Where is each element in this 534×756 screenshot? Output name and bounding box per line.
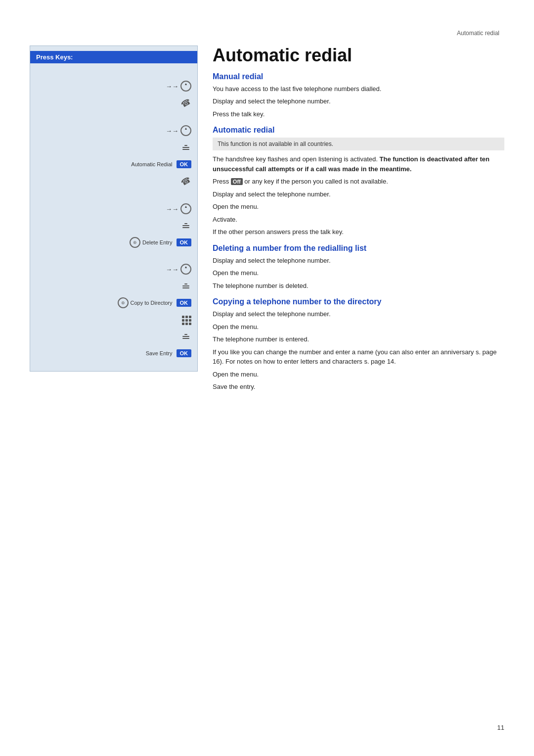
automatic-redial-label: Automatic Redial — [131, 161, 172, 167]
left-panel: Press Keys: →→ ☎ →→ — [30, 46, 198, 372]
page-header-text: Automatic redial — [457, 30, 499, 37]
manual-para-1: You have access to the last five telepho… — [213, 84, 504, 94]
phone-icon: ☎ — [178, 95, 193, 110]
copy-display-row: →→ — [36, 262, 191, 276]
manual-redial-display-row: →→ — [36, 79, 191, 93]
right-content: Automatic redial Manual redial You have … — [213, 46, 504, 395]
ok-btn-delete[interactable]: OK — [177, 238, 192, 246]
auto-redial-phone-row: ☎ — [36, 174, 191, 188]
circle-nav-icon-2 — [180, 125, 191, 136]
manual-redial-phone-row: ☎ — [36, 96, 191, 110]
copy-to-dir-ok-row: ⊕ Copy to Directory OK — [36, 296, 191, 310]
note-box: This function is not available in all co… — [213, 138, 504, 150]
auto-para-2: Press Off or any key if the person you c… — [213, 177, 504, 187]
save-entry-ok-row: Save Entry OK — [36, 346, 191, 360]
copy-para-2: Open the menu. — [213, 322, 504, 332]
delete-entry-ok-row: ⊕ Delete Entry OK — [36, 236, 191, 249]
circle-nav-icon — [180, 81, 191, 92]
section-title-copy: Copying a telephone number to the direct… — [213, 297, 504, 306]
save-menu-row — [36, 330, 191, 343]
main-content: Press Keys: →→ ☎ →→ — [30, 46, 504, 395]
auto-para-3: Display and select the telephone number. — [213, 189, 504, 199]
menu-icon-3 — [180, 281, 191, 291]
arrow-right-icon: →→ — [166, 83, 178, 90]
auto-redial-display-row: →→ — [36, 124, 191, 138]
arrow-right-icon-3: →→ — [166, 205, 178, 213]
copy-para-1: Display and select the telephone number. — [213, 309, 504, 319]
menu-icon-2 — [180, 220, 191, 231]
copy-to-directory-label: Copy to Directory — [131, 300, 173, 306]
circle-icon-copy: ⊕ — [118, 297, 129, 308]
left-panel-inner: →→ ☎ →→ — [30, 63, 197, 360]
page-footer: 11 — [497, 724, 504, 731]
copy-para-4: If you like you can change the number an… — [213, 347, 504, 367]
circle-nav-icon-4 — [180, 264, 191, 275]
auto-para-1: The handsfree key flashes and open liste… — [213, 154, 504, 174]
bold-warning: The function is deactivated after ten un… — [213, 155, 490, 173]
manual-para-3: Press the talk key. — [213, 109, 504, 119]
arrow-right-icon-4: →→ — [166, 266, 178, 273]
arrow-right-icon-2: →→ — [166, 127, 178, 135]
copy-para-3: The telephone number is entered. — [213, 334, 504, 344]
phone-icon-2: ☎ — [178, 174, 193, 189]
auto-para-4: Open the menu. — [213, 202, 504, 212]
keypad-row — [36, 313, 191, 327]
delete-menu-row — [36, 219, 191, 233]
save-entry-label: Save Entry — [146, 350, 173, 356]
copy-para-5: Open the menu. — [213, 370, 504, 379]
manual-para-2: Display and select the telephone number. — [213, 96, 504, 106]
auto-para-6: If the other person answers press the ta… — [213, 227, 504, 237]
ok-btn-auto-redial[interactable]: OK — [177, 160, 192, 168]
delete-display-row: →→ — [36, 202, 191, 216]
page-container: Automatic redial Press Keys: →→ ☎ — [0, 0, 534, 756]
menu-icon-4 — [180, 331, 191, 342]
delete-para-1: Display and select the telephone number. — [213, 256, 504, 266]
auto-redial-ok-row: Automatic Redial OK — [36, 157, 191, 171]
auto-redial-menu-row — [36, 141, 191, 154]
section-title-delete: Deleting a number from the redialling li… — [213, 244, 504, 253]
delete-entry-label: Delete Entry — [142, 239, 173, 245]
page-title: Automatic redial — [213, 46, 504, 65]
circle-nav-icon-3 — [180, 203, 191, 214]
section-title-auto: Automatic redial — [213, 126, 504, 135]
ok-btn-save[interactable]: OK — [177, 349, 192, 357]
copy-para-6: Save the entry. — [213, 382, 504, 392]
page-header: Automatic redial — [30, 30, 504, 37]
press-keys-label: Press Keys: — [36, 53, 73, 61]
copy-menu-row — [36, 279, 191, 293]
keypad-icon — [180, 314, 191, 325]
auto-para-5: Activate. — [213, 215, 504, 225]
page-number: 11 — [497, 724, 504, 731]
ok-btn-copy[interactable]: OK — [177, 299, 192, 307]
note-text: This function is not available in all co… — [218, 141, 333, 147]
delete-para-2: Open the menu. — [213, 268, 504, 278]
press-keys-header: Press Keys: — [30, 51, 197, 63]
menu-icon — [180, 142, 191, 153]
section-title-manual: Manual redial — [213, 72, 504, 81]
delete-para-3: The telephone number is deleted. — [213, 281, 504, 291]
off-button: Off — [231, 178, 243, 185]
circle-icon-delete: ⊕ — [130, 237, 140, 248]
